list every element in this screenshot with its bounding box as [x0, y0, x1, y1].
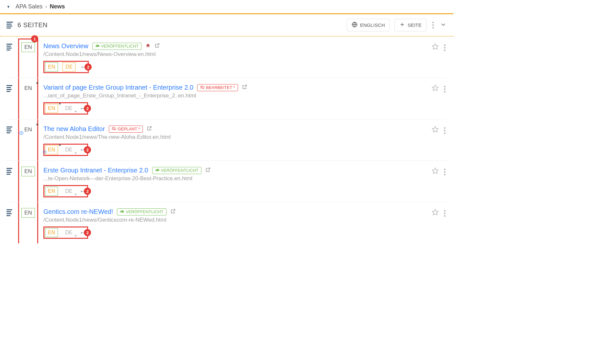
breadcrumb-current: News — [50, 3, 65, 10]
favorite-star-icon[interactable] — [432, 209, 439, 217]
lang-pill[interactable]: EN* — [45, 145, 58, 154]
page-type-icon — [6, 84, 13, 115]
page-title-link[interactable]: Variant of page Erste Group Intranet - E… — [43, 84, 193, 91]
breadcrumb: ▼ APA Sales › News — [0, 0, 453, 13]
status-badge-text: VERÖFFENTLICHT — [126, 209, 163, 214]
page-content: Erste Group Intranet - Enterprise 2.0VER… — [43, 167, 426, 197]
lang-main-indicator[interactable]: EN — [21, 208, 35, 218]
page-type-icon — [6, 208, 13, 239]
row-more-icon[interactable] — [443, 43, 447, 52]
lang-main-indicator[interactable]: EN* — [22, 125, 35, 134]
row-actions — [432, 42, 447, 73]
favorite-star-icon[interactable] — [432, 167, 439, 176]
language-button-label: ENGLISCH — [360, 22, 385, 28]
lang-variants-row: ENDE+←2 — [43, 226, 88, 239]
status-badge-icon — [155, 168, 159, 173]
page-path: /Content.Node1/news/The-new-Aloha-Editor… — [43, 134, 426, 140]
add-plus-icon: + — [74, 233, 77, 238]
row-more-icon[interactable] — [443, 167, 447, 177]
breadcrumb-parent[interactable]: APA Sales — [16, 3, 43, 10]
add-plus-icon: + — [74, 109, 77, 114]
lang-pill[interactable]: DE — [62, 62, 75, 72]
lang-pill[interactable]: EN* — [45, 104, 58, 113]
modified-star-icon: * — [36, 122, 39, 129]
status-badge: GEPLANT * — [109, 126, 143, 133]
lang-indicator-wrap: EN — [19, 167, 38, 197]
page-count-title: 6 SEITEN — [17, 21, 48, 29]
chevron-down-icon[interactable] — [440, 21, 447, 29]
external-link-icon[interactable] — [154, 43, 160, 50]
globe-icon — [352, 22, 357, 28]
lang-pill[interactable]: DE+ — [62, 228, 75, 237]
page-row: ENGentics.com re-NEWed!VERÖFFENTLICHT/Co… — [6, 202, 447, 243]
page-content: The new Aloha EditorGEPLANT */Content.No… — [43, 125, 426, 156]
status-badge-text: BEARBEITET * — [206, 85, 235, 90]
page-type-icon — [6, 42, 13, 73]
page-row: EN*The new Aloha EditorGEPLANT */Content… — [6, 119, 447, 161]
lang-indicator-wrap: EN* — [19, 125, 38, 156]
external-link-icon[interactable] — [170, 208, 176, 215]
page-row: ENNews OverviewVERÖFFENTLICHT/Content.No… — [6, 37, 447, 78]
external-link-icon[interactable] — [205, 167, 211, 174]
lang-pill[interactable]: DE+ — [62, 104, 75, 113]
page-title-link[interactable]: Gentics.com re-NEWed! — [43, 208, 113, 215]
external-link-icon[interactable] — [242, 84, 247, 91]
row-more-icon[interactable] — [443, 209, 447, 218]
external-link-icon[interactable] — [147, 126, 152, 132]
page-path: /Content.Node1/news/News-Overview.en.htm… — [43, 51, 426, 58]
page-path: /Content.Node1/news/Genticscom-re-NEWed.… — [43, 217, 426, 223]
row-actions — [432, 84, 447, 115]
menu-icon[interactable] — [6, 22, 13, 28]
breadcrumb-dropdown-icon[interactable]: ▼ — [6, 5, 10, 9]
page-content: News OverviewVERÖFFENTLICHT/Content.Node… — [43, 42, 426, 73]
status-badge-text: VERÖFFENTLICHT — [161, 168, 198, 173]
favorite-star-icon[interactable] — [432, 126, 439, 134]
annotation-badge-1: 1 — [31, 35, 38, 42]
add-plus-icon: + — [74, 150, 77, 155]
lang-pill[interactable]: DE+ — [62, 187, 75, 195]
svg-marker-3 — [432, 85, 438, 91]
home-icon — [145, 43, 151, 50]
plus-icon — [399, 22, 405, 28]
page-path: ...iant_of_page_Erste_Group_Intranet_-_E… — [43, 93, 426, 99]
lang-indicator-wrap: EN* — [19, 84, 38, 115]
page-list: 1 ENNews OverviewVERÖFFENTLICHT/Content.… — [0, 37, 453, 243]
page-type-icon — [6, 125, 13, 156]
page-row: ENErste Group Intranet - Enterprise 2.0V… — [6, 161, 447, 202]
lang-variants-row: EN*DE+←2 — [43, 102, 88, 115]
page-title-link[interactable]: News Overview — [43, 42, 88, 50]
row-more-icon[interactable] — [443, 126, 447, 135]
lang-main-indicator[interactable]: EN — [21, 167, 35, 176]
page-path: ...te-Open-Network---der-Enterprise-20-B… — [43, 175, 426, 182]
row-actions — [432, 125, 447, 156]
favorite-star-icon[interactable] — [432, 84, 439, 93]
status-badge: VERÖFFENTLICHT — [152, 167, 201, 174]
annotation-badge-2: 2 — [84, 105, 91, 112]
page-content: Variant of page Erste Group Intranet - E… — [43, 84, 426, 115]
status-badge: VERÖFFENTLICHT — [92, 43, 142, 50]
lang-variants-row: ENDE+←2 — [43, 185, 88, 197]
row-more-icon[interactable] — [443, 84, 447, 94]
more-options-icon[interactable] — [431, 20, 435, 30]
language-button[interactable]: ENGLISCH — [347, 19, 390, 31]
annotation-badge-2: 2 — [84, 188, 91, 195]
lang-pill[interactable]: EN — [45, 62, 58, 72]
add-plus-icon: + — [74, 192, 77, 197]
status-badge-icon — [112, 127, 116, 132]
page-title-link[interactable]: The new Aloha Editor — [43, 125, 105, 133]
add-page-button[interactable]: SEITE — [394, 19, 426, 31]
lang-main-indicator[interactable]: EN — [21, 42, 35, 52]
annotation-badge-2: 2 — [84, 229, 91, 236]
modified-star-icon: * — [59, 102, 61, 108]
lang-main-indicator[interactable]: EN* — [22, 84, 35, 93]
lang-pill[interactable]: EN — [45, 228, 58, 237]
favorite-star-icon[interactable] — [432, 43, 439, 51]
modified-star-icon: * — [36, 81, 39, 88]
lang-pill[interactable]: DE+ — [62, 146, 75, 154]
breadcrumb-separator-icon: › — [45, 3, 47, 10]
page-title-link[interactable]: Erste Group Intranet - Enterprise 2.0 — [43, 167, 148, 174]
annotation-badge-2: 2 — [84, 146, 91, 153]
lang-pill[interactable]: EN — [45, 187, 58, 196]
page-row: EN*Variant of page Erste Group Intranet … — [6, 78, 447, 119]
toolbar: 6 SEITEN ENGLISCH SEITE — [0, 14, 453, 36]
